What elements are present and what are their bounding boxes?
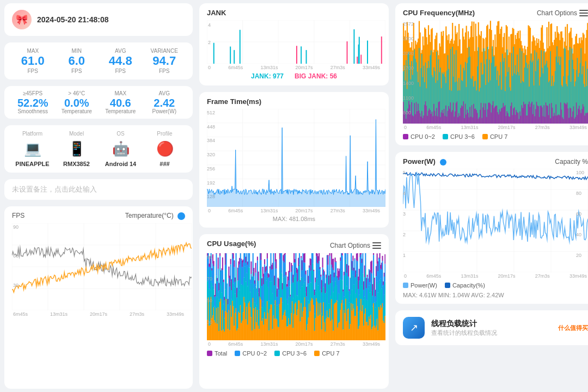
- legend-capacity: Capacity(%): [445, 282, 485, 289]
- legend-dot-power: [403, 283, 408, 288]
- share-text: 线程负载统计 查看统计的线程负载情况: [431, 319, 552, 337]
- power-info-text: MAX: 4.61W MIN: 1.04W AVG: 2.42W: [403, 292, 588, 298]
- temp-circle-icon: [177, 212, 185, 220]
- model-icon: 📱: [67, 139, 87, 158]
- note-text: 未设置备注，点击此处输入: [12, 185, 97, 193]
- max-label: MAX: [27, 48, 39, 54]
- legend-dot-total: [207, 351, 212, 356]
- cpu-freq-chart-card: CPU Frequency(MHz) Chart Options 06m45s1…: [395, 3, 588, 145]
- freq-legend-cpu36: CPU 3~6: [443, 133, 475, 140]
- avg-label: AVG: [115, 48, 126, 54]
- platform-name: PINEAPPLE: [15, 161, 49, 167]
- model-label: Model: [69, 131, 84, 137]
- os-name: Android 14: [105, 161, 136, 167]
- freq-dot-cpu02: [403, 134, 408, 139]
- model-item: Model 📱 RMX3852: [56, 131, 97, 167]
- avg-value: 44.8: [109, 55, 132, 67]
- temp-stat: > 46°C 0.0% Temperature: [56, 90, 98, 114]
- cpu-freq-options-icon: [579, 10, 588, 16]
- legend-dot-cpu02: [235, 351, 240, 356]
- os-icon: 🤖: [111, 139, 131, 158]
- max-value: 61.0: [21, 55, 45, 67]
- platform-icon: 💻: [23, 139, 42, 158]
- avg-power-stat: AVG 2.42 Power(W): [144, 90, 186, 114]
- legend-dot-cpu36: [274, 351, 280, 356]
- profile-label: Profile: [157, 131, 172, 137]
- legend-cpu7: CPU 7: [314, 350, 339, 357]
- freq-legend-cpu7: CPU 7: [482, 133, 507, 140]
- frametime-canvas: [207, 109, 385, 207]
- avg-power-label: AVG: [159, 90, 170, 96]
- legend-cpu36: CPU 3~6: [274, 350, 307, 357]
- cpu-usage-legend: Total CPU 0~2 CPU 3~6 CPU 7: [207, 350, 381, 357]
- profile-name: ###: [160, 161, 169, 167]
- share-card[interactable]: ↗ 线程负载统计 查看统计的线程负载情况 什么值得买: [395, 310, 588, 345]
- cpu-usage-header: CPU Usage(%) Chart Options: [207, 240, 381, 251]
- avg-power-value: 2.42: [154, 97, 175, 108]
- legend-dot-capacity: [445, 283, 450, 288]
- avatar: 🎀: [12, 10, 32, 29]
- cpu-freq-title: CPU Frequency(MHz): [403, 9, 475, 17]
- max-unit: FPS: [28, 68, 38, 74]
- fps-chart-header: FPS Temperature(°C): [12, 212, 185, 220]
- share-icon: ↗: [403, 317, 425, 339]
- note-card[interactable]: 未设置备注，点击此处输入: [4, 179, 193, 200]
- stats-row2: ≥45FPS 52.2% Smoothness > 46°C 0.0% Temp…: [4, 86, 193, 119]
- temp-chart-title: Temperature(°C): [125, 212, 185, 220]
- platform-label: Platform: [22, 131, 42, 137]
- smoothness-sub: Smoothness: [17, 108, 48, 114]
- capacity-label: Capacity %: [555, 158, 588, 166]
- cpu-usage-x-axis: 06m45s13m31s20m17s27m3s33m49s: [207, 341, 381, 347]
- legend-cpu02: CPU 0~2: [235, 350, 267, 357]
- variance-unit: FPS: [159, 68, 169, 74]
- cpu-usage-canvas: [207, 253, 385, 340]
- freq-dot-cpu7: [482, 134, 488, 139]
- legend-total: Total: [207, 350, 227, 357]
- cpu-usage-options-button[interactable]: Chart Options: [330, 242, 381, 249]
- fps-x-axis: 6m45s13m31s20m17s27m3s33m49s: [12, 311, 185, 317]
- jank-value: JANK: 977: [251, 72, 284, 80]
- model-name: RMX3852: [63, 161, 90, 167]
- legend-dot-cpu7: [314, 351, 320, 356]
- cpu-freq-canvas: [403, 20, 588, 124]
- jank-title: JANK: [207, 9, 381, 17]
- variance-fps: VARIANCE 94.7 FPS: [144, 48, 186, 74]
- min-label: MIN: [72, 48, 82, 54]
- variance-value: 94.7: [152, 55, 176, 67]
- max-temp-value: 40.6: [110, 97, 131, 108]
- middle-panel: JANK 06m45s13m31s20m17s27m3s33m49s JANK:…: [197, 0, 391, 392]
- profile-icon: 🔴: [155, 139, 175, 158]
- jank-stats: JANK: 977 BIG JANK: 56: [207, 72, 381, 80]
- temp-sub: Temperature: [62, 108, 92, 114]
- jank-label: JANK: 977: [251, 72, 284, 80]
- legend-power: Power(W): [403, 282, 437, 289]
- power-canvas: [403, 169, 588, 272]
- datetime: 2024-05-20 21:48:08: [37, 15, 109, 24]
- max-temp-sub: Temperature: [105, 108, 136, 114]
- variance-label: VARIANCE: [151, 48, 178, 54]
- frametime-max: MAX: 481.08ms: [207, 216, 381, 222]
- cpu-freq-x-axis: 06m45s13m31s20m17s27m3s33m49s: [403, 125, 588, 130]
- cpu-usage-title: CPU Usage(%): [207, 240, 256, 248]
- power-info-icon: [440, 159, 446, 166]
- fps-chart-title: FPS: [12, 212, 24, 219]
- smoothness-value: 52.2%: [17, 97, 48, 108]
- power-header: Power(W) Capacity %: [403, 157, 588, 166]
- power-legend: Power(W) Capacity(%): [403, 282, 588, 289]
- bigjank-value: BIG JANK: 56: [295, 72, 337, 80]
- smoothness-stat: ≥45FPS 52.2% Smoothness: [12, 90, 54, 114]
- frametime-title: Frame Time(ms): [207, 97, 381, 106]
- power-x-axis: 06m45s13m31s20m17s27m3s33m49s: [403, 273, 588, 279]
- freq-dot-cpu36: [443, 134, 448, 139]
- os-item: OS 🤖 Android 14: [100, 131, 141, 167]
- cpu-usage-chart-card: CPU Usage(%) Chart Options 06m45s13m31s2…: [199, 234, 389, 389]
- fps-chart-card: FPS Temperature(°C) 6m45s13m31s20m17s27m…: [4, 206, 193, 389]
- share-subtitle: 查看统计的线程负载情况: [431, 329, 552, 337]
- jank-canvas: [207, 20, 385, 64]
- stats-row1: MAX 61.0 FPS MIN 6.0 FPS AVG 44.8 FPS VA…: [4, 42, 193, 79]
- cpu-freq-options-button[interactable]: Chart Options: [537, 9, 588, 17]
- share-title: 线程负载统计: [431, 319, 552, 329]
- max-fps: MAX 61.0 FPS: [12, 48, 54, 74]
- platform-item: Platform 💻 PINEAPPLE: [12, 131, 53, 167]
- bigjank-label: BIG JANK: 56: [295, 72, 337, 80]
